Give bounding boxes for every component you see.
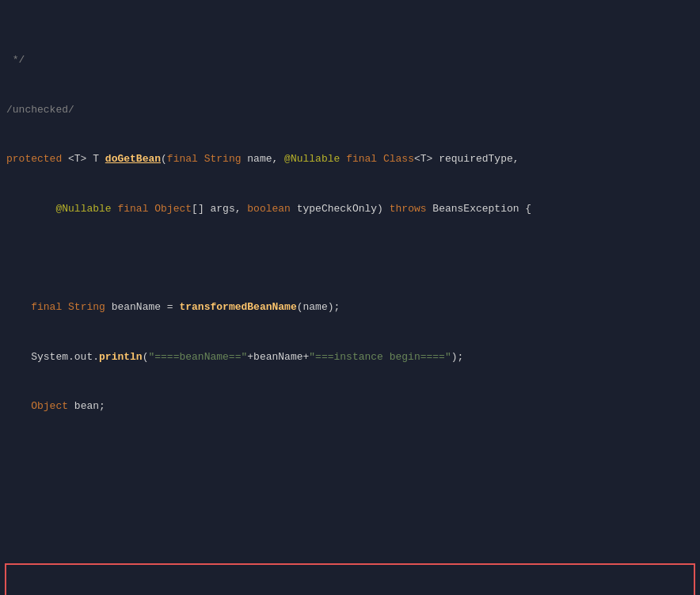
line-5: [0, 250, 700, 267]
line-4: @Nullable final Object[] args, boolean t…: [0, 201, 700, 218]
red-box: //从缓存中拿实例 // Eagerly check singleton cac…: [5, 563, 695, 595]
code-editor: */ /unchecked/ protected <T> T doGetBean…: [0, 0, 700, 595]
line-2: /unchecked/: [0, 102, 700, 119]
line-7: System.out.println("====beanName=="+bean…: [0, 349, 700, 366]
line-9: [0, 448, 700, 465]
highlighted-section: //从缓存中拿实例 // Eagerly check singleton cac…: [5, 531, 695, 596]
line-1: */: [0, 52, 700, 69]
line-6: final String beanName = transformedBeanN…: [0, 299, 700, 316]
line-8: Object bean;: [0, 399, 700, 415]
line-3: protected <T> T doGetBean(final String n…: [0, 151, 700, 168]
